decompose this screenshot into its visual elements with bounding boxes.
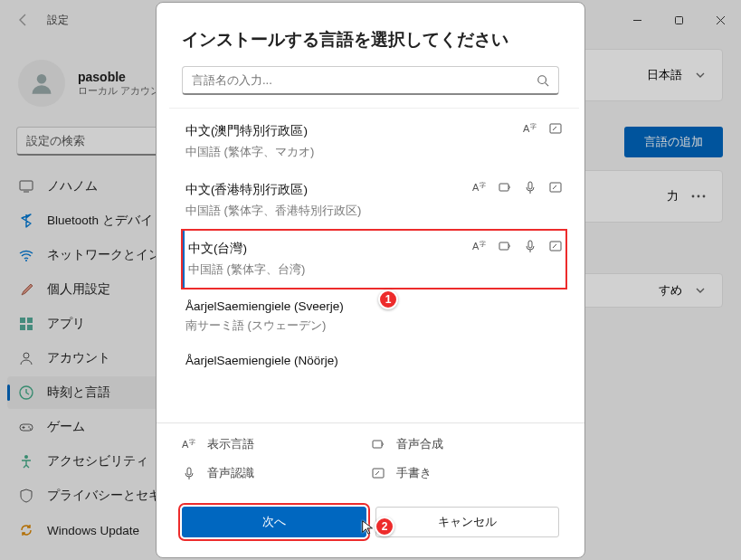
svg-rect-31 <box>550 242 561 251</box>
language-search[interactable] <box>182 66 559 95</box>
language-row[interactable]: 中文(香港特別行政區)中国語 (繁体字、香港特別行政区)A字 <box>182 171 566 230</box>
tts-icon <box>371 437 385 451</box>
search-icon <box>537 74 549 87</box>
hand-icon <box>548 121 563 136</box>
svg-rect-24 <box>499 184 508 191</box>
svg-text:A: A <box>523 123 530 134</box>
svg-rect-36 <box>373 469 384 478</box>
tts-icon <box>498 180 512 195</box>
svg-text:字: 字 <box>189 439 195 445</box>
hand-icon <box>548 239 563 253</box>
callout-1: 1 <box>378 289 398 309</box>
language-sub: 南サーミ語 (スウェーデン) <box>185 318 565 334</box>
disp-icon: A字 <box>523 121 537 136</box>
svg-text:字: 字 <box>480 182 486 188</box>
voice-icon <box>523 239 537 253</box>
language-row[interactable]: 中文(澳門特別行政區)中国語 (繁体字、マカオ)A字 <box>182 112 566 171</box>
handwriting-icon <box>371 466 385 480</box>
callout-2: 2 <box>375 517 394 536</box>
language-title: ÅarjelSaemiengiele (Sveerje) <box>185 299 565 313</box>
language-sub: 中国語 (繁体字、香港特別行政区) <box>185 203 565 219</box>
language-list: 中文(澳門特別行政區)中国語 (繁体字、マカオ)A字中文(香港特別行政區)中国語… <box>169 108 579 422</box>
legend: A字表示言語 音声合成 音声認識 手書き <box>157 422 584 490</box>
tts-icon <box>498 239 512 253</box>
language-row[interactable]: 中文(台灣)中国語 (繁体字、台湾)A字 <box>182 230 566 289</box>
svg-text:A: A <box>472 241 480 252</box>
svg-text:字: 字 <box>530 123 537 129</box>
svg-rect-26 <box>550 183 561 192</box>
svg-point-18 <box>538 75 546 83</box>
language-sub: 中国語 (繁体字、台湾) <box>188 261 565 278</box>
svg-rect-29 <box>499 242 508 250</box>
language-title: ÅarjelSaemiengiele (Nöörje) <box>185 354 565 367</box>
svg-text:A: A <box>182 439 189 450</box>
svg-rect-34 <box>373 441 382 448</box>
mic-icon <box>182 466 196 480</box>
svg-text:A: A <box>472 182 480 193</box>
disp-icon: A字 <box>472 239 487 253</box>
display-icon: A字 <box>182 437 196 451</box>
legend-display: A字表示言語 <box>182 436 371 452</box>
language-title: 中文(澳門特別行政區) <box>185 123 565 139</box>
language-row[interactable]: ÅarjelSaemiengiele (Nöörje) <box>182 345 566 372</box>
voice-icon <box>523 180 537 195</box>
dialog-title: インストールする言語を選択してください <box>157 3 584 66</box>
cursor-icon <box>360 519 376 536</box>
modal-overlay: インストールする言語を選択してください 中文(澳門特別行政區)中国語 (繁体字、… <box>0 0 741 560</box>
next-button[interactable]: 次へ <box>182 507 366 537</box>
svg-rect-35 <box>187 468 191 475</box>
svg-rect-30 <box>528 241 532 248</box>
language-row[interactable]: ÅarjelSaemiengiele (Sveerje)南サーミ語 (スウェーデ… <box>182 289 566 345</box>
legend-hand: 手書き <box>371 465 560 481</box>
svg-rect-25 <box>528 182 532 189</box>
hand-icon <box>548 180 563 195</box>
svg-rect-21 <box>550 124 561 133</box>
language-sub: 中国語 (繁体字、マカオ) <box>185 144 565 160</box>
legend-tts: 音声合成 <box>371 436 560 452</box>
language-dialog: インストールする言語を選択してください 中文(澳門特別行政區)中国語 (繁体字、… <box>156 2 585 558</box>
legend-voice: 音声認識 <box>182 465 371 481</box>
cancel-button[interactable]: キャンセル <box>375 507 560 537</box>
svg-text:字: 字 <box>480 241 486 247</box>
disp-icon: A字 <box>472 180 487 195</box>
language-search-input[interactable] <box>192 73 537 87</box>
